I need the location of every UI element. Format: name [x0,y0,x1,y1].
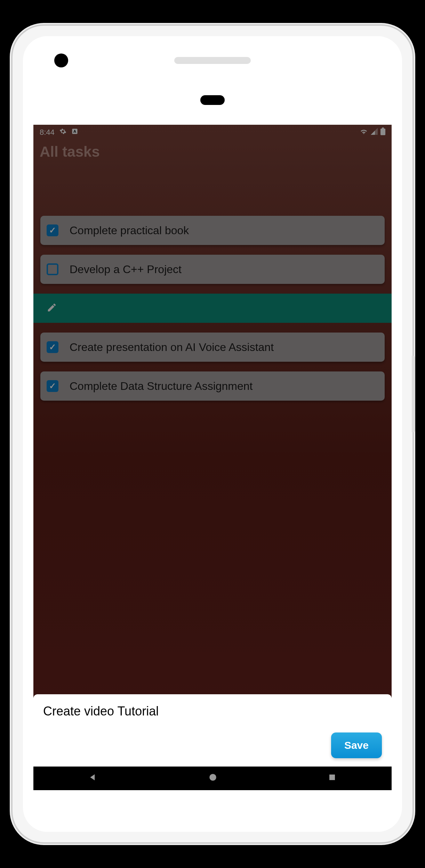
svg-point-4 [209,774,216,781]
phone-frame: 8:44 A [13,26,412,842]
speaker-grille [174,57,251,64]
phone-inner: 8:44 A [23,36,402,832]
task-edit-input[interactable] [43,704,382,719]
camera-lens [54,54,68,67]
back-icon[interactable] [89,773,98,784]
screen: 8:44 A [33,125,392,790]
save-row: Save [43,732,382,758]
android-nav-bar [33,767,392,790]
sensor-pill [200,95,225,105]
save-button[interactable]: Save [331,732,382,758]
recent-icon[interactable] [328,773,336,784]
svg-rect-5 [329,775,335,780]
modal-overlay[interactable] [33,125,392,790]
home-icon[interactable] [208,773,217,784]
edit-panel: Save [33,694,392,767]
power-button [412,356,415,432]
